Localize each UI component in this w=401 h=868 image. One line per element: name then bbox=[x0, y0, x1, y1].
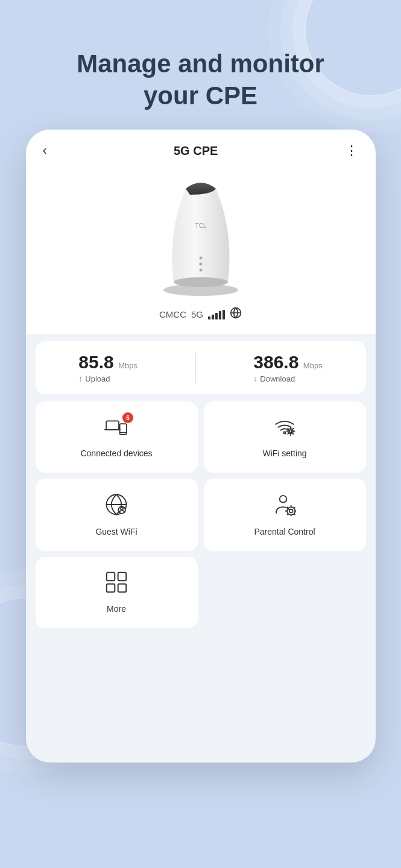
upload-speed: 85.8 Mbps ↑ Upload bbox=[78, 352, 137, 383]
grid-section-row3: More bbox=[36, 557, 366, 640]
upload-value: 85.8 bbox=[78, 352, 113, 372]
svg-point-13 bbox=[289, 430, 292, 432]
download-unit: Mbps bbox=[303, 361, 323, 370]
svg-rect-37 bbox=[107, 573, 115, 581]
globe-icon bbox=[230, 307, 242, 322]
svg-rect-40 bbox=[118, 584, 127, 593]
svg-line-36 bbox=[288, 514, 288, 515]
back-button[interactable]: ‹ bbox=[43, 143, 47, 159]
router-image: TCL bbox=[141, 171, 261, 303]
page-title: Manage and monitor your CPE bbox=[0, 48, 401, 112]
guest-wifi-label: Guest WiFi bbox=[95, 527, 137, 536]
svg-line-33 bbox=[288, 508, 288, 508]
svg-line-18 bbox=[288, 429, 288, 429]
phone-frame: ‹ 5G CPE ⋮ bbox=[26, 130, 376, 763]
phone-topbar: ‹ 5G CPE ⋮ bbox=[26, 130, 376, 165]
parental-control-icon bbox=[273, 493, 296, 521]
more-menu-button[interactable]: ⋮ bbox=[345, 143, 359, 159]
phone-title: 5G CPE bbox=[174, 144, 218, 158]
svg-line-20 bbox=[292, 429, 293, 429]
svg-rect-8 bbox=[106, 421, 119, 429]
svg-line-21 bbox=[288, 433, 288, 434]
grid-section-row1: 6 Connected devices bbox=[36, 401, 366, 473]
upload-unit: Mbps bbox=[118, 361, 137, 370]
svg-point-3 bbox=[199, 263, 202, 266]
header-section: Manage and monitor your CPE bbox=[0, 0, 401, 130]
upload-label: Upload bbox=[85, 374, 110, 383]
parental-control-label: Parental Control bbox=[254, 527, 315, 536]
svg-line-19 bbox=[292, 433, 293, 434]
more-card[interactable]: More bbox=[36, 557, 198, 628]
connected-devices-icon: 6 bbox=[104, 416, 128, 442]
download-arrow-icon: ↓ bbox=[253, 374, 257, 383]
more-label: More bbox=[107, 604, 126, 614]
download-value: 386.8 bbox=[253, 352, 298, 372]
wifi-setting-label: WiFi setting bbox=[262, 448, 306, 458]
svg-line-34 bbox=[294, 514, 295, 515]
connected-devices-label: Connected devices bbox=[80, 448, 152, 458]
signal-bars bbox=[208, 310, 225, 319]
svg-point-28 bbox=[289, 509, 293, 513]
grid-section-row2: Guest WiFi bbox=[36, 479, 366, 551]
svg-point-26 bbox=[280, 495, 287, 503]
guest-wifi-card[interactable]: Guest WiFi bbox=[36, 479, 198, 551]
svg-rect-38 bbox=[118, 573, 127, 581]
carrier-label: CMCC bbox=[159, 309, 186, 319]
devices-badge: 6 bbox=[122, 412, 133, 423]
svg-point-4 bbox=[199, 269, 202, 272]
wifi-setting-card[interactable]: WiFi setting bbox=[204, 401, 366, 473]
network-label: 5G bbox=[191, 309, 203, 319]
speed-card: 85.8 Mbps ↑ Upload 386.8 Mbps ↓ Download bbox=[36, 341, 366, 394]
connected-devices-card[interactable]: 6 Connected devices bbox=[36, 401, 198, 473]
wifi-setting-icon bbox=[273, 416, 296, 442]
svg-line-35 bbox=[294, 508, 295, 508]
svg-point-2 bbox=[199, 257, 202, 260]
signal-area: CMCC 5G bbox=[159, 307, 242, 322]
device-area: TCL CMCC 5G bbox=[26, 165, 376, 334]
more-icon bbox=[106, 571, 127, 598]
parental-control-card[interactable]: Parental Control bbox=[204, 479, 366, 551]
upload-arrow-icon: ↑ bbox=[78, 374, 83, 383]
download-label: Download bbox=[260, 374, 295, 383]
guest-wifi-icon bbox=[105, 493, 128, 521]
svg-point-11 bbox=[283, 432, 285, 433]
svg-point-5 bbox=[174, 277, 228, 287]
svg-rect-39 bbox=[107, 584, 115, 593]
download-speed: 386.8 Mbps ↓ Download bbox=[253, 352, 322, 383]
speed-divider bbox=[195, 353, 196, 383]
svg-text:TCL: TCL bbox=[195, 222, 206, 229]
